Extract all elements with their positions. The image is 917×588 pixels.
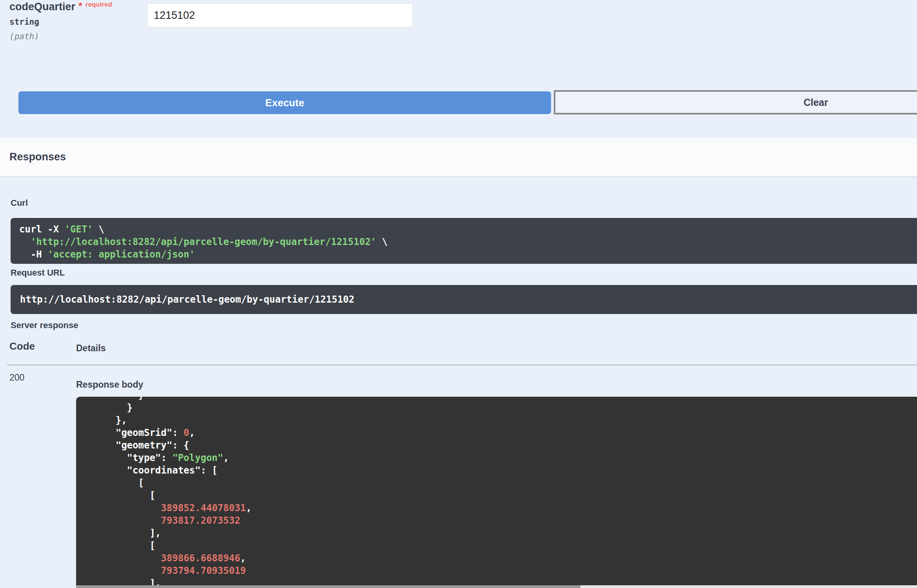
scrollbar-thumb[interactable] [76,585,580,588]
details-column-header: Details [76,343,106,354]
request-url-block: http://localhost:8282/api/parcelle-geom/… [11,285,917,314]
execute-button[interactable]: Execute [18,91,551,114]
api-operation-panel: codeQuartier*required string (path) Exec… [0,0,917,588]
required-label: required [86,1,112,8]
responses-title: Responses [9,151,66,163]
response-body-json: } } }, "geomSrid": 0, "geometry": { "typ… [76,397,917,588]
required-star-icon: * [78,0,82,11]
parameter-name: codeQuartier [9,1,75,13]
code-column-header: Code [9,340,35,352]
curl-command-block: curl -X 'GET' \ 'http://localhost:8282/a… [11,218,917,264]
status-code: 200 [9,372,24,383]
horizontal-scrollbar[interactable] [76,585,917,588]
response-body-label: Response body [76,379,143,390]
table-divider [7,365,917,365]
parameter-meta: codeQuartier*required string (path) [9,1,112,41]
parameter-location: (path) [9,32,112,41]
parameter-name-row: codeQuartier*required [9,1,112,13]
request-url-label: Request URL [11,268,65,278]
response-body-block: } } }, "geomSrid": 0, "geometry": { "typ… [76,397,917,588]
request-url-value: http://localhost:8282/api/parcelle-geom/… [20,294,355,305]
parameter-type: string [9,17,112,27]
responses-section-header: Responses [0,138,917,176]
curl-label: Curl [11,198,28,208]
codeQuartier-input[interactable] [147,3,413,27]
server-response-label: Server response [11,320,78,330]
clear-button[interactable]: Clear [554,90,917,114]
